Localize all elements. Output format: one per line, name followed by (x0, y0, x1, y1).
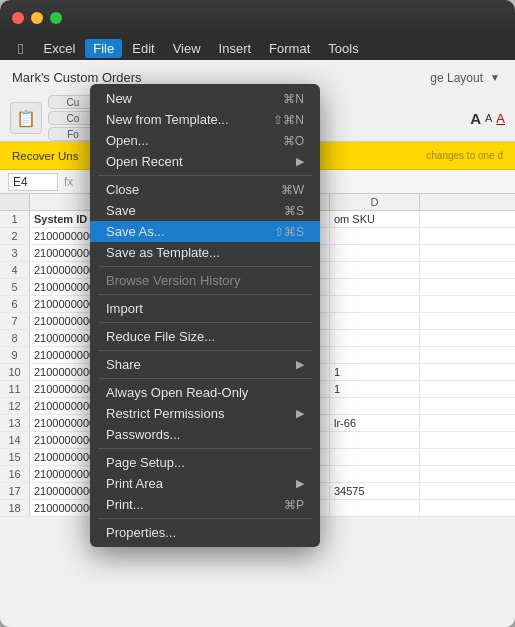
menu-item-properties[interactable]: Properties... (90, 522, 320, 543)
menu-divider (98, 266, 312, 267)
excel-window:  Excel File Edit View Insert Format Too… (0, 0, 515, 627)
maximize-button[interactable] (50, 12, 62, 24)
file-dropdown-menu: New⌘NNew from Template...⇧⌘NOpen...⌘OOpe… (90, 84, 320, 547)
menu-item-print[interactable]: Print...⌘P (90, 494, 320, 515)
menu-item-label: Close (106, 182, 261, 197)
content-area: Mark's Custom Orders ge Layout ▼ 📋 Cu (0, 60, 515, 627)
menu-file[interactable]: File (85, 39, 122, 58)
menu-overlay: New⌘NNew from Template...⇧⌘NOpen...⌘OOpe… (0, 60, 515, 627)
menu-item-label: Browse Version History (106, 273, 304, 288)
menu-divider (98, 294, 312, 295)
menu-divider (98, 378, 312, 379)
menu-item-label: New from Template... (106, 112, 253, 127)
menu-item-shortcut: ⌘P (284, 498, 304, 512)
menu-item-passwords[interactable]: Passwords... (90, 424, 320, 445)
menu-item-shortcut: ⌘S (284, 204, 304, 218)
menu-divider (98, 322, 312, 323)
menu-view[interactable]: View (165, 39, 209, 58)
menu-item-label: Properties... (106, 525, 304, 540)
menu-item-label: Open... (106, 133, 263, 148)
menu-item-shortcut: ⌘N (283, 92, 304, 106)
menu-item-share[interactable]: Share▶ (90, 354, 320, 375)
menu-item-print-area[interactable]: Print Area▶ (90, 473, 320, 494)
menu-divider (98, 350, 312, 351)
submenu-arrow-icon: ▶ (296, 358, 304, 371)
menu-divider (98, 175, 312, 176)
menu-item-shortcut: ⌘O (283, 134, 304, 148)
menu-item-label: Restrict Permissions (106, 406, 286, 421)
menu-item-label: Print... (106, 497, 264, 512)
menu-item-label: Open Recent (106, 154, 286, 169)
menu-item-new[interactable]: New⌘N (90, 88, 320, 109)
menubar:  Excel File Edit View Insert Format Too… (0, 36, 515, 60)
menu-item-open-recent[interactable]: Open Recent▶ (90, 151, 320, 172)
menu-item-label: Save as Template... (106, 245, 304, 260)
menu-item-label: Page Setup... (106, 455, 304, 470)
menu-item-page-setup[interactable]: Page Setup... (90, 452, 320, 473)
submenu-arrow-icon: ▶ (296, 155, 304, 168)
menu-item-label: Passwords... (106, 427, 304, 442)
minimize-button[interactable] (31, 12, 43, 24)
menu-item-new-from-template[interactable]: New from Template...⇧⌘N (90, 109, 320, 130)
menu-item-shortcut: ⌘W (281, 183, 304, 197)
menu-item-always-open-read-only[interactable]: Always Open Read-Only (90, 382, 320, 403)
menu-item-open[interactable]: Open...⌘O (90, 130, 320, 151)
close-button[interactable] (12, 12, 24, 24)
menu-item-label: Save As... (106, 224, 254, 239)
menu-item-label: Share (106, 357, 286, 372)
menu-item-save[interactable]: Save⌘S (90, 200, 320, 221)
apple-menu[interactable]:  (8, 38, 33, 59)
menu-format[interactable]: Format (261, 39, 318, 58)
submenu-arrow-icon: ▶ (296, 407, 304, 420)
traffic-lights (12, 12, 62, 24)
menu-excel[interactable]: Excel (35, 39, 83, 58)
menu-item-shortcut: ⇧⌘S (274, 225, 304, 239)
menu-divider (98, 448, 312, 449)
menu-item-label: Print Area (106, 476, 286, 491)
menu-item-label: Save (106, 203, 264, 218)
menu-item-label: Import (106, 301, 304, 316)
submenu-arrow-icon: ▶ (296, 477, 304, 490)
menu-insert[interactable]: Insert (211, 39, 260, 58)
titlebar (0, 0, 515, 36)
menu-edit[interactable]: Edit (124, 39, 162, 58)
menu-item-save-as[interactable]: Save As...⇧⌘S (90, 221, 320, 242)
menu-item-import[interactable]: Import (90, 298, 320, 319)
menu-tools[interactable]: Tools (320, 39, 366, 58)
menu-item-label: Reduce File Size... (106, 329, 304, 344)
menu-item-restrict-permissions[interactable]: Restrict Permissions▶ (90, 403, 320, 424)
menu-item-shortcut: ⇧⌘N (273, 113, 304, 127)
menu-item-save-as-template[interactable]: Save as Template... (90, 242, 320, 263)
menu-item-label: New (106, 91, 263, 106)
menu-item-browse-version: Browse Version History (90, 270, 320, 291)
menu-item-close[interactable]: Close⌘W (90, 179, 320, 200)
menu-divider (98, 518, 312, 519)
menu-item-reduce-size[interactable]: Reduce File Size... (90, 326, 320, 347)
menu-item-label: Always Open Read-Only (106, 385, 304, 400)
